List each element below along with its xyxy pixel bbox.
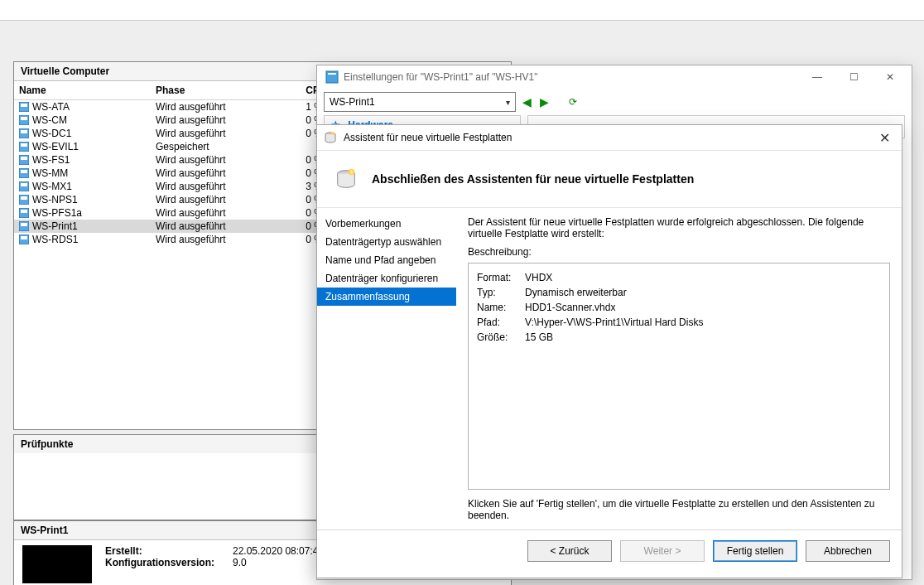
- wizard-header-text: Abschließen des Assistenten für neue vir…: [372, 172, 694, 186]
- summary-name-value: HDD1-Scanner.vhdx: [525, 300, 615, 315]
- wizard-summary-box: Format:VHDX Typ:Dynamisch erweiterbar Na…: [468, 263, 890, 490]
- vm-icon: [19, 221, 29, 231]
- svg-point-25: [331, 132, 334, 135]
- vm-icon: [19, 234, 29, 244]
- svg-rect-3: [21, 117, 27, 120]
- cancel-button[interactable]: Abbrechen: [806, 540, 890, 562]
- vm-icon: [19, 195, 29, 205]
- svg-rect-9: [21, 157, 27, 160]
- vm-thumbnail[interactable]: [22, 545, 92, 583]
- disk-wizard-icon: [324, 131, 337, 144]
- wizard-step[interactable]: Zusammenfassung: [317, 288, 456, 306]
- svg-rect-19: [21, 223, 27, 226]
- vm-icon: [19, 208, 29, 218]
- svg-rect-5: [21, 130, 27, 133]
- settings-icon: [325, 70, 339, 84]
- svg-rect-7: [21, 143, 27, 147]
- config-version-label: Konfigurationsversion:: [105, 557, 229, 568]
- finish-button[interactable]: Fertig stellen: [713, 540, 797, 562]
- refresh-icon[interactable]: ⟳: [569, 96, 577, 108]
- back-button[interactable]: < Zurück: [527, 540, 612, 562]
- disk-wizard-big-icon: [334, 167, 359, 191]
- col-phase[interactable]: Phase: [151, 81, 301, 100]
- nav-back-icon[interactable]: ◀: [521, 95, 533, 109]
- wizard-description-label: Beschreibung:: [468, 246, 890, 258]
- wizard-steps-nav: VorbemerkungenDatenträgertyp auswählenNa…: [317, 208, 456, 529]
- vm-icon: [19, 115, 29, 125]
- vm-icon: [19, 142, 29, 152]
- summary-format-label: Format:: [477, 270, 520, 285]
- summary-name-label: Name:: [477, 300, 520, 315]
- wizard-intro-text: Der Assistent für neue virtuelle Festpla…: [468, 216, 890, 239]
- svg-rect-21: [21, 236, 27, 239]
- summary-format-value: VHDX: [525, 270, 552, 285]
- summary-size-label: Größe:: [477, 330, 520, 345]
- settings-title-bar: Einstellungen für "WS-Print1" auf "WS-HV…: [317, 65, 912, 89]
- wizard-title-text: Assistent für neue virtuelle Festplatten: [344, 132, 512, 143]
- svg-rect-17: [21, 210, 27, 213]
- chevron-down-icon: ▾: [506, 98, 510, 107]
- vm-selector-value: WS-Print1: [330, 96, 375, 108]
- config-version-value: 9.0: [233, 557, 247, 568]
- svg-rect-13: [21, 183, 27, 186]
- summary-size-value: 15 GB: [525, 330, 553, 345]
- vm-icon: [19, 181, 29, 191]
- summary-type-label: Typ:: [477, 285, 520, 300]
- nav-forward-icon[interactable]: ▶: [538, 95, 551, 109]
- col-name[interactable]: Name: [14, 81, 151, 100]
- settings-title: Einstellungen für "WS-Print1" auf "WS-HV…: [344, 71, 799, 83]
- wizard-step[interactable]: Name und Pfad angeben: [317, 251, 456, 269]
- next-button: Weiter >: [620, 540, 705, 562]
- maximize-button[interactable]: ☐: [835, 65, 872, 89]
- svg-rect-23: [328, 73, 336, 75]
- svg-rect-1: [21, 104, 27, 107]
- summary-path-value: V:\Hyper-V\WS-Print1\Virtual Hard Disks: [525, 315, 703, 330]
- vm-icon: [19, 168, 29, 178]
- wizard-step[interactable]: Datenträgertyp auswählen: [317, 233, 456, 251]
- created-value: 22.05.2020 08:07:43: [233, 545, 324, 557]
- created-label: Erstellt:: [105, 545, 229, 557]
- wizard-step[interactable]: Vorbemerkungen: [317, 215, 456, 233]
- vm-icon: [19, 128, 29, 138]
- vm-selector-combo[interactable]: WS-Print1 ▾: [324, 92, 516, 112]
- close-button[interactable]: ✕: [872, 65, 908, 89]
- vm-icon: [19, 102, 29, 112]
- svg-rect-15: [21, 196, 27, 200]
- wizard-step[interactable]: Datenträger konfigurieren: [317, 269, 456, 288]
- new-vhd-wizard: Assistent für neue virtuelle Festplatten…: [316, 124, 902, 578]
- wizard-hint-text: Klicken Sie auf 'Fertig stellen', um die…: [468, 498, 890, 521]
- vm-icon: [19, 155, 29, 165]
- wizard-close-button[interactable]: ✕: [874, 130, 895, 146]
- svg-rect-11: [21, 170, 27, 173]
- summary-type-value: Dynamisch erweiterbar: [525, 285, 627, 300]
- summary-path-label: Pfad:: [477, 315, 520, 330]
- minimize-button[interactable]: —: [799, 65, 835, 89]
